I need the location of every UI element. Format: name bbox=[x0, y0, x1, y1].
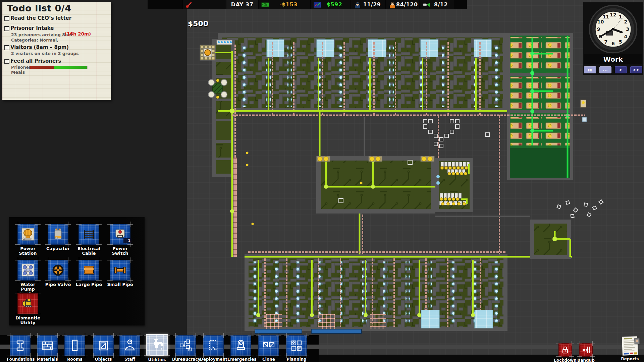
regime-label: Work bbox=[603, 55, 623, 63]
finance-icon bbox=[314, 2, 321, 8]
small-right-building[interactable] bbox=[530, 220, 571, 259]
svg-text:7: 7 bbox=[604, 39, 607, 45]
large-pipe-icon bbox=[79, 260, 99, 280]
clock-icon: 123456789101112 bbox=[588, 4, 638, 54]
todo-item-ceo-letter[interactable]: Read the CEO’s letter bbox=[10, 15, 71, 21]
small-pipe-button[interactable] bbox=[110, 260, 130, 281]
tab-rooms[interactable]: Rooms bbox=[61, 335, 88, 362]
svg-text:10: 10 bbox=[597, 19, 604, 24]
dismantle-utility-button[interactable] bbox=[17, 293, 38, 314]
bureaucracy-icon bbox=[175, 336, 196, 356]
small-pipe-label: Small Pipe bbox=[105, 282, 135, 287]
todo-item-prisoner-intake[interactable]: Prisoner Intake bbox=[10, 25, 54, 31]
bangup-button[interactable]: Bangup bbox=[573, 343, 599, 362]
prisoners-segment[interactable]: 84/120 bbox=[385, 0, 419, 9]
top-cell-block[interactable] bbox=[218, 33, 507, 115]
guard-icon bbox=[354, 1, 361, 8]
large-pipe-button[interactable] bbox=[78, 260, 99, 281]
reports-button[interactable]: Reports bbox=[616, 337, 643, 361]
game-screen: $500 DAY 37 -$153 bbox=[0, 0, 644, 362]
pause-button[interactable]: ▮▮ bbox=[584, 66, 596, 73]
speed-controls: ▮▮ ... > >> bbox=[583, 66, 643, 73]
taps-row bbox=[217, 40, 232, 45]
emergencies-icon bbox=[231, 336, 251, 356]
machine-room[interactable] bbox=[435, 158, 473, 212]
finance-segment[interactable]: $592 bbox=[310, 0, 351, 9]
power-station-button[interactable] bbox=[17, 224, 38, 245]
power-switch-label: Power Switch bbox=[105, 246, 135, 256]
regime-strip: Work bbox=[584, 54, 642, 64]
play-button[interactable]: > bbox=[615, 66, 627, 73]
bangup-icon bbox=[580, 344, 592, 356]
feed-meals-label: Meals bbox=[11, 70, 25, 75]
clock-panel: 123456789101112 Work ▮▮ ... > >> bbox=[583, 2, 643, 75]
dismantle-utility-icon bbox=[18, 294, 38, 314]
guard-count: 11/29 bbox=[361, 1, 383, 8]
todo-title: Todo list 0/4 bbox=[7, 3, 71, 13]
tab-deployment[interactable]: Deployment bbox=[200, 335, 227, 362]
todo-item-visitors[interactable]: Visitors (8am – 8pm) bbox=[10, 44, 69, 50]
searchlight-count: 8/12 bbox=[430, 1, 451, 8]
clone-icon bbox=[259, 336, 279, 356]
deployment-icon bbox=[203, 336, 223, 356]
prisoners-progress-bar bbox=[30, 66, 87, 69]
prisoners-progress-green bbox=[54, 66, 87, 69]
todo-checkbox-prisoner-intake[interactable] bbox=[4, 26, 9, 31]
electrical-cable-label: Electrical Cable bbox=[74, 246, 104, 256]
svg-text:11: 11 bbox=[602, 14, 609, 19]
power-station-label: Power Station bbox=[13, 246, 43, 256]
tab-clone[interactable]: Clone bbox=[255, 335, 282, 362]
prisoners-progress-red bbox=[30, 66, 54, 69]
planning-icon bbox=[286, 336, 307, 356]
todo-checkbox-ceo-letter[interactable] bbox=[4, 16, 9, 21]
prisoner-count: 84/120 bbox=[396, 1, 418, 8]
status-bar: DAY 37 -$153 $592 bbox=[148, 0, 467, 9]
todo-panel: Todo list 0/4 Read the CEO’s letter Pris… bbox=[2, 2, 111, 100]
svg-text:4: 4 bbox=[624, 34, 628, 39]
reports-icon[interactable] bbox=[622, 336, 638, 356]
guards-segment[interactable]: 11/29 bbox=[351, 0, 385, 9]
tab-materials[interactable]: Materials bbox=[34, 335, 61, 362]
tab-emergencies[interactable]: Emergencies bbox=[227, 335, 254, 362]
cashflow-segment[interactable]: -$153 bbox=[258, 0, 310, 9]
large-pipe-label: Large Pipe bbox=[74, 282, 104, 287]
cash-icon bbox=[261, 2, 269, 8]
svg-text:2: 2 bbox=[624, 19, 628, 24]
searchlight-segment[interactable]: 8/12 bbox=[419, 0, 454, 9]
thermometer-icon bbox=[185, 1, 193, 8]
temperature-segment[interactable] bbox=[182, 0, 226, 9]
pipe-valve-icon bbox=[48, 260, 68, 280]
todo-item-feed[interactable]: Feed all Prisoners bbox=[10, 58, 61, 64]
water-pump-station-button[interactable] bbox=[17, 260, 38, 281]
water-pump-station-icon bbox=[18, 260, 38, 280]
intake-categories: Categories: Normal, bbox=[11, 38, 58, 43]
pipe-valve-button[interactable] bbox=[48, 260, 68, 281]
todo-checkbox-visitors[interactable] bbox=[4, 45, 9, 50]
daily-cashflow: -$153 bbox=[269, 1, 308, 8]
svg-text:9: 9 bbox=[597, 26, 600, 32]
tab-foundations[interactable]: Foundations bbox=[7, 335, 34, 362]
electrical-cable-button[interactable] bbox=[78, 224, 99, 245]
dormitory-block[interactable] bbox=[507, 33, 573, 180]
tab-utilities[interactable]: Utilities bbox=[144, 335, 170, 362]
cash-popup: $500 bbox=[188, 19, 208, 28]
tab-objects[interactable]: Objects bbox=[90, 335, 117, 362]
fast-forward-button[interactable]: >> bbox=[630, 66, 642, 73]
objects-icon bbox=[93, 336, 113, 356]
svg-text:6: 6 bbox=[611, 41, 615, 46]
lockdown-icon bbox=[559, 344, 572, 356]
prisoner-icon bbox=[389, 1, 396, 8]
todo-checkbox-feed[interactable] bbox=[4, 59, 9, 64]
power-switch-button[interactable]: 1 bbox=[110, 224, 130, 245]
capacitor-button[interactable] bbox=[48, 224, 68, 245]
step-button[interactable]: ... bbox=[599, 66, 611, 73]
tab-planning[interactable]: Planning bbox=[283, 335, 310, 362]
power-switch-badge: 1 bbox=[123, 238, 131, 243]
tab-bureaucracy[interactable]: Bureaucracy bbox=[172, 335, 199, 362]
bank-balance: $592 bbox=[321, 1, 348, 8]
svg-text:3: 3 bbox=[626, 26, 629, 32]
power-station-icon bbox=[18, 224, 38, 244]
tab-staff[interactable]: Staff bbox=[116, 335, 143, 362]
materials-icon bbox=[37, 336, 57, 356]
rooms-icon bbox=[65, 336, 85, 356]
